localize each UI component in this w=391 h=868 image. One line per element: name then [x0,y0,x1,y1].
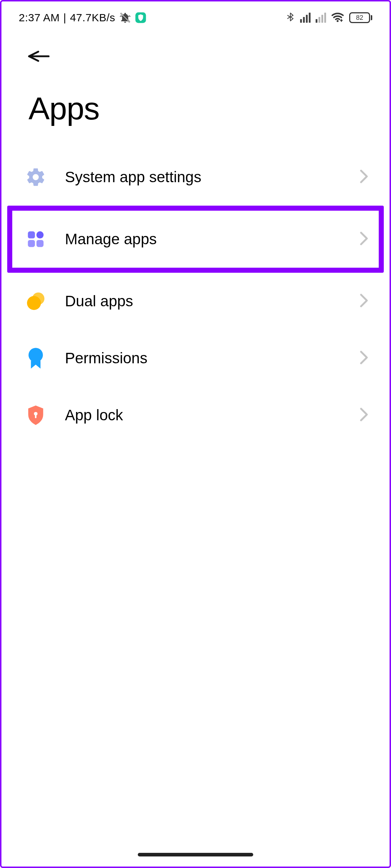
status-speed: 47.7KB/s [70,12,115,24]
security-app-icon [135,12,146,23]
highlight-manage-apps: Manage apps [7,206,384,273]
battery-icon: 82 [349,12,372,23]
svg-rect-6 [28,240,35,247]
page-title: Apps [1,72,390,149]
chevron-right-icon [359,407,369,423]
row-system-app-settings[interactable]: System app settings [12,149,379,206]
row-manage-apps[interactable]: Manage apps [12,211,379,268]
svg-point-10 [28,348,43,362]
svg-point-3 [337,20,338,22]
chevron-right-icon [359,350,369,366]
row-label: Dual apps [65,293,343,310]
row-dual-apps[interactable]: Dual apps [12,273,379,330]
svg-rect-12 [35,415,36,418]
bluetooth-icon [286,11,295,25]
wifi-icon [331,12,344,24]
status-bar: 2:37 AM | 47.7KB/s [1,1,390,30]
chevron-right-icon [359,231,369,247]
row-app-lock[interactable]: App lock [12,387,379,444]
svg-point-5 [36,231,44,238]
row-label: App lock [65,407,343,424]
dnd-icon [119,12,131,24]
row-label: Permissions [65,350,343,367]
status-sep: | [63,12,66,24]
chevron-right-icon [359,293,369,309]
status-left: 2:37 AM | 47.7KB/s [19,12,146,24]
apps-grid-icon [23,227,48,252]
status-right: 82 [286,11,372,25]
chevron-right-icon [359,169,369,185]
ribbon-badge-icon [23,346,48,371]
dual-circles-icon [23,289,48,314]
settings-list: System app settings Manage apps [1,149,390,444]
home-indicator[interactable] [138,853,253,856]
gear-icon [23,165,48,190]
row-label: System app settings [65,168,343,186]
back-button[interactable] [27,48,364,65]
status-time: 2:37 AM [19,12,60,24]
svg-rect-7 [36,240,44,247]
screen-frame: 2:37 AM | 47.7KB/s [0,0,391,868]
signal-icon-1 [300,13,311,23]
shield-lock-icon [23,403,48,428]
battery-level: 82 [349,12,370,23]
row-label: Manage apps [65,231,343,248]
svg-rect-4 [28,231,35,238]
svg-point-9 [27,296,41,310]
signal-icon-2 [316,13,326,23]
row-permissions[interactable]: Permissions [12,330,379,387]
